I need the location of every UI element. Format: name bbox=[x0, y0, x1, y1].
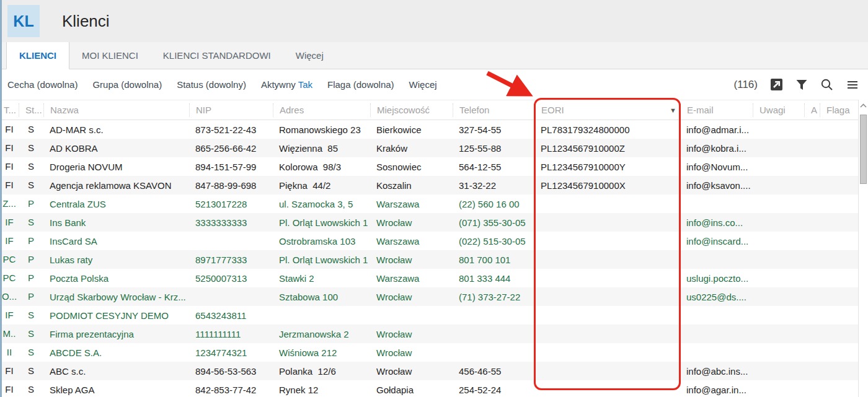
filter-aktywny[interactable]: Aktywny Tak bbox=[261, 79, 312, 90]
table-row[interactable]: IISABCDE S.A.1234774321Wiśniowa 212Wrocł… bbox=[0, 343, 858, 362]
column-header-miejscowość[interactable]: Miejscowość bbox=[370, 103, 453, 117]
table-cell: Z... bbox=[0, 194, 19, 213]
table-row[interactable]: FISSklep AGA842-853-77-42Rynek 12Gołdapi… bbox=[0, 380, 858, 397]
table-cell: S bbox=[19, 120, 43, 139]
column-label: Adres bbox=[280, 103, 304, 117]
table-cell: (71) 373-27-22 bbox=[453, 292, 534, 302]
table-row[interactable]: FISABC s.c.894-56-53-563Polanka 12/6Wroc… bbox=[0, 362, 858, 380]
column-label: St... bbox=[25, 103, 42, 117]
tab-bar: KLIENCIMOI KLIENCIKLIENCI STANDARDOWIWię… bbox=[0, 42, 868, 69]
table-cell: 8971777333 bbox=[189, 255, 273, 265]
column-header-t[interactable]: T... bbox=[0, 103, 19, 117]
table-cell: M.. bbox=[0, 325, 19, 343]
filter-label: Status bbox=[177, 79, 203, 90]
table-cell: Piękna 44/2 bbox=[273, 180, 370, 191]
table-cell: PODMIOT CESYJNY DEMO bbox=[43, 310, 189, 321]
column-header-flaga[interactable]: Flaga bbox=[820, 103, 858, 117]
table-row[interactable]: IFSIns Bank3333333333Pl. Orląt Lwowskich… bbox=[0, 213, 858, 232]
column-header-nazwa[interactable]: Nazwa bbox=[43, 103, 189, 117]
search-icon[interactable] bbox=[820, 78, 834, 92]
table-cell: 456-46-55 bbox=[453, 366, 534, 377]
filter-cecha[interactable]: Cecha (dowolna) bbox=[7, 79, 78, 90]
column-header-adres[interactable]: Adres bbox=[273, 103, 370, 117]
tab-więcej[interactable]: Więcej bbox=[283, 42, 336, 69]
table-row[interactable]: PCPLukas raty8971777333Pl. Orląt Lwowski… bbox=[0, 250, 858, 269]
table-cell: Urząd Skarbowy Wrocław - Krz... bbox=[43, 292, 189, 302]
column-header-eori[interactable]: EORI▼ bbox=[534, 103, 680, 117]
table-cell: Jerzmanowska 2 bbox=[273, 329, 370, 339]
table-cell: S bbox=[19, 139, 43, 157]
filter-status[interactable]: Status (dowolny) bbox=[177, 79, 246, 90]
table-cell: FI bbox=[0, 362, 19, 380]
column-label: Uwagi bbox=[760, 103, 786, 117]
table-cell: PL1234567910000Y bbox=[534, 162, 680, 172]
table-cell: Ostrobramska 103 bbox=[273, 236, 370, 246]
table-row[interactable]: IFPInsCard SAOstrobramska 103Warszawa(02… bbox=[0, 232, 858, 250]
table-cell: O... bbox=[0, 287, 19, 306]
table-cell: info@ins.co... bbox=[680, 217, 753, 228]
table-cell: Ins Bank bbox=[43, 217, 189, 228]
filter-więcej[interactable]: Więcej bbox=[409, 79, 437, 90]
table-cell: FI bbox=[0, 120, 19, 139]
table-cell: (022) 515-30-05 bbox=[453, 236, 534, 246]
table-row[interactable]: FISAD KOBRA865-256-66-42Więzienna 85Krak… bbox=[0, 139, 858, 157]
table-cell: Wiśniowa 212 bbox=[273, 347, 370, 358]
table-row[interactable]: Z...PCentrala ZUS5213017228ul. Szamocka … bbox=[0, 194, 858, 213]
table-cell: 31-32-22 bbox=[453, 180, 534, 191]
table-cell: PL1234567910000X bbox=[534, 180, 680, 191]
table-cell: FI bbox=[0, 176, 19, 194]
app-header: KL Klienci bbox=[0, 0, 868, 42]
table-cell: 1234774321 bbox=[189, 347, 273, 358]
column-label: A bbox=[811, 103, 817, 117]
table-cell: P bbox=[19, 232, 43, 250]
table-row[interactable]: FISAgencja reklamowa KSAVON847-88-99-698… bbox=[0, 176, 858, 194]
table-cell: Romanowskiego 23 bbox=[273, 124, 370, 135]
table-row[interactable]: M..SFirma prezentacyjna1111111111Jerzman… bbox=[0, 325, 858, 343]
tab-klienci-standardowi[interactable]: KLIENCI STANDARDOWI bbox=[151, 42, 283, 69]
table-row[interactable]: FISAD-MAR s.c.873-521-22-43Romanowskiego… bbox=[0, 120, 858, 139]
filter-grupa[interactable]: Grupa (dowolna) bbox=[92, 79, 162, 90]
table-cell: 865-256-66-42 bbox=[189, 143, 273, 154]
scrollbar[interactable] bbox=[858, 100, 868, 397]
filter-label: Grupa bbox=[92, 79, 118, 90]
table-cell: 894-151-57-99 bbox=[189, 162, 273, 172]
column-label: Nazwa bbox=[50, 103, 79, 117]
table-cell: info@Novum... bbox=[680, 162, 753, 172]
table-cell: (22) 560 16 00 bbox=[453, 199, 534, 209]
filter-icon[interactable] bbox=[795, 78, 808, 92]
column-label: Telefon bbox=[459, 103, 489, 117]
export-icon[interactable] bbox=[769, 78, 783, 92]
table-cell: 254-52-24 bbox=[453, 385, 534, 395]
column-header-uwagi[interactable]: Uwagi bbox=[753, 103, 804, 117]
scroll-up-icon[interactable] bbox=[859, 100, 868, 111]
column-header-nip[interactable]: NIP bbox=[189, 103, 273, 117]
table-cell: PL783179324800000 bbox=[534, 124, 680, 135]
table-cell: Wrocław bbox=[370, 217, 453, 228]
filter-label: Więcej bbox=[409, 79, 437, 90]
filter-flaga[interactable]: Flaga (dowolna) bbox=[327, 79, 394, 90]
column-header-e-mail[interactable]: E-mail bbox=[680, 103, 753, 117]
table-row[interactable]: O...PUrząd Skarbowy Wrocław - Krz...Szta… bbox=[0, 287, 858, 306]
table-cell: P bbox=[19, 194, 43, 213]
filter-value: Tak bbox=[296, 79, 312, 90]
menu-icon[interactable] bbox=[846, 78, 859, 92]
table-cell: Stawki 2 bbox=[273, 273, 370, 284]
table-row[interactable]: FISDrogeria NOVUM894-151-57-99Kolorowa 9… bbox=[0, 157, 858, 176]
table-header: T...St...NazwaNIPAdresMiejscowośćTelefon… bbox=[0, 100, 858, 120]
table-cell: Poczta Polska bbox=[43, 273, 189, 284]
table-row[interactable]: PCPPoczta Polska5250007313Stawki 2Warsza… bbox=[0, 269, 858, 287]
column-header-a[interactable]: A bbox=[804, 103, 820, 117]
table-cell: Warszawa bbox=[370, 236, 453, 246]
scrollbar-thumb[interactable] bbox=[860, 115, 867, 184]
column-header-telefon[interactable]: Telefon bbox=[453, 103, 534, 117]
table-cell: Wrocław bbox=[370, 347, 453, 358]
tab-klienci[interactable]: KLIENCI bbox=[6, 42, 69, 69]
table-cell: S bbox=[19, 157, 43, 176]
table-row[interactable]: IFSPODMIOT CESYJNY DEMO6543243811 bbox=[0, 306, 858, 325]
column-header-st[interactable]: St... bbox=[19, 103, 43, 117]
table-cell: Pl. Orląt Lwowskich 1 bbox=[273, 255, 370, 265]
tab-moi-klienci[interactable]: MOI KLIENCI bbox=[69, 42, 151, 69]
column-label: EORI bbox=[541, 103, 564, 117]
table-cell: Kraków bbox=[370, 143, 453, 154]
table-cell: S bbox=[19, 362, 43, 380]
